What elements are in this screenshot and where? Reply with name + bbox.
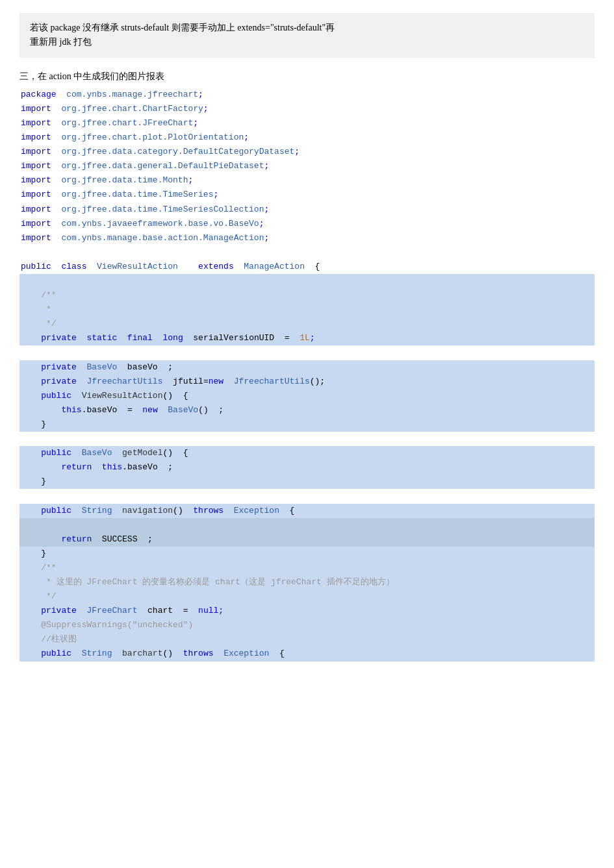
code-line-2: import org.jfree.chart.JFreeChart;	[19, 116, 595, 130]
code-line-6: import org.jfree.data.time.Month;	[19, 173, 595, 188]
code-line-21: public BaseVo getModel() {	[19, 446, 595, 460]
code-line-1: import org.jfree.chart.ChartFactory;	[19, 102, 595, 116]
code-line-5: import org.jfree.data.general.DefaultPie…	[19, 159, 595, 173]
code-line-7: import org.jfree.data.time.TimeSeries;	[19, 188, 595, 202]
code-line-29: private JFreeChart chart = null;	[19, 604, 595, 618]
code-line-16: private BaseVo baseVo ;	[19, 360, 595, 375]
code-line-32: public String barchart() throws Exceptio…	[19, 647, 595, 661]
code-line-0: package com.ynbs.manage.jfreechart;	[19, 88, 595, 102]
code-line-blank1	[19, 245, 595, 260]
page-container: 若该 package 没有继承 struts-default 则需要手动加上 e…	[0, 0, 614, 868]
code-line-return-success: return SUCCESS ;	[19, 532, 595, 547]
note-line1: 若该 package 没有继承 struts-default 则需要手动加上 e…	[30, 23, 335, 32]
code-line-blank4	[19, 432, 595, 446]
code-line-11: public class ViewResultAction extends Ma…	[19, 260, 595, 274]
code-line-blank5	[19, 489, 595, 503]
code-line-25: }	[19, 547, 595, 561]
code-line-26: /**	[19, 561, 595, 575]
code-line-24: public String navigation() throws Except…	[19, 504, 595, 518]
code-line-18: public ViewResultAction() {	[19, 389, 595, 403]
code-line-28: */	[19, 589, 595, 604]
code-line-4: import org.jfree.data.category.DefaultCa…	[19, 145, 595, 159]
code-line-13: *	[19, 303, 595, 317]
code-line-23: }	[19, 475, 595, 489]
note-block: 若该 package 没有继承 struts-default 则需要手动加上 e…	[19, 13, 595, 58]
code-line-blank2	[19, 274, 595, 288]
code-line-3: import org.jfree.chart.plot.PlotOrientat…	[19, 130, 595, 145]
code-line-22: return this.baseVo ;	[19, 460, 595, 475]
code-line-15: private static final long serialVersionU…	[19, 331, 595, 345]
code-line-9: import com.ynbs.javaeeframework.base.vo.…	[19, 217, 595, 231]
code-line-20: }	[19, 417, 595, 432]
code-line-19: this.baseVo = new BaseVo() ;	[19, 403, 595, 417]
code-line-17: private JfreechartUtils jfutil=new Jfree…	[19, 375, 595, 389]
code-line-8: import org.jfree.data.time.TimeSeriesCol…	[19, 203, 595, 217]
code-line-31: //柱状图	[19, 632, 595, 647]
code-line-30: @SuppressWarnings("unchecked")	[19, 618, 595, 632]
code-line-27: * 这里的 JFreeChart 的变量名称必须是 chart（这是 jfree…	[19, 575, 595, 589]
code-line-14: */	[19, 317, 595, 331]
code-line-blank3	[19, 345, 595, 360]
code-line-12: /**	[19, 288, 595, 303]
code-line-blank6	[19, 518, 595, 532]
note-line2: 重新用 jdk 打包	[30, 37, 92, 47]
code-block: package com.ynbs.manage.jfreechart; impo…	[19, 88, 595, 662]
section3-heading: 三，在 action 中生成我们的图片报表	[19, 71, 595, 82]
code-line-10: import com.ynbs.manage.base.action.Manag…	[19, 231, 595, 245]
